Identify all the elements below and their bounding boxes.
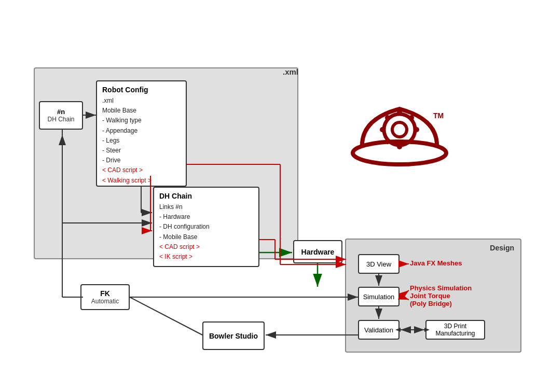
hat-logo: TM <box>342 62 457 176</box>
javafx-text: Java FX Meshes <box>410 259 462 267</box>
physics-simulation-text: Physics Simulation Joint Torque (Poly Br… <box>410 284 472 307</box>
dh-chain-title: DH Chain <box>159 192 253 200</box>
robot-config-line-4: - Appendage <box>102 126 181 136</box>
svg-point-3 <box>397 144 402 149</box>
svg-text:TM: TM <box>433 111 444 120</box>
svg-point-6 <box>385 115 390 120</box>
dh-chain-small-title: #n <box>57 108 65 116</box>
svg-point-2 <box>397 110 402 115</box>
print-label: 3D Print Manufacturing <box>426 323 484 337</box>
hardware-box: Hardware <box>293 240 342 263</box>
hardware-label: Hardware <box>301 248 335 256</box>
dh-chain-content: Links #n - Hardware - DH configuration -… <box>159 202 253 242</box>
view-3d-box: 3D View <box>358 254 400 274</box>
simulation-box: Simulation <box>358 287 400 306</box>
svg-point-4 <box>380 127 385 132</box>
robot-config-line-2: Mobile Base <box>102 106 181 116</box>
view-3d-label: 3D View <box>366 260 391 268</box>
dh-chain-small-box: #n DH Chain <box>39 101 83 130</box>
dh-chain-box: DH Chain Links #n - Hardware - DH config… <box>153 187 259 267</box>
fk-subtitle: Automatic <box>91 298 119 305</box>
robot-config-box: Robot Config .xml Mobile Base - Walking … <box>96 80 187 187</box>
physics-label: Physics Simulation <box>410 284 472 292</box>
robot-config-line-6: - Steer <box>102 146 181 156</box>
simulation-label: Simulation <box>363 293 395 301</box>
design-label: Design <box>490 244 514 252</box>
dh-chain-line-1: Links #n <box>159 202 253 212</box>
robot-config-red-2: < Walking script > <box>102 176 181 186</box>
robot-config-line-7: - Drive <box>102 156 181 165</box>
robot-config-line-1: .xml <box>102 96 181 106</box>
fk-box: FK Automatic <box>80 284 130 310</box>
bowler-studio-box: Bowler Studio <box>202 321 265 350</box>
robot-config-red-1: < CAD script > <box>102 165 181 175</box>
dh-chain-red-1: < CAD script > <box>159 242 253 252</box>
robot-config-line-5: - Legs <box>102 136 181 146</box>
bowler-studio-label: Bowler Studio <box>209 332 258 340</box>
robot-config-content: .xml Mobile Base - Walking type - Append… <box>102 96 181 165</box>
validation-box: Validation <box>358 320 400 340</box>
dh-chain-small-subtitle: DH Chain <box>47 116 74 123</box>
robot-config-line-3: - Walking type <box>102 116 181 125</box>
dh-chain-line-3: - DH configuration <box>159 222 253 232</box>
svg-point-9 <box>409 139 414 144</box>
svg-point-8 <box>385 139 390 144</box>
dh-chain-line-2: - Hardware <box>159 212 253 222</box>
robot-config-title: Robot Config <box>102 86 181 94</box>
dh-chain-line-4: - Mobile Base <box>159 232 253 242</box>
validation-label: Validation <box>364 326 393 334</box>
joint-torque-label: Joint Torque <box>410 292 472 300</box>
print-box: 3D Print Manufacturing <box>425 320 485 340</box>
poly-bridge-label: (Poly Bridge) <box>410 300 472 307</box>
svg-point-5 <box>414 127 419 132</box>
svg-point-10 <box>392 122 407 137</box>
fk-title: FK <box>100 289 110 298</box>
dh-chain-red-2: < IK script > <box>159 252 253 262</box>
diagram-container: .xml Robot Config .xml Mobile Base - Wal… <box>0 0 537 392</box>
svg-point-7 <box>409 115 414 120</box>
svg-line-45 <box>130 297 202 335</box>
xml-label: .xml <box>283 67 298 76</box>
